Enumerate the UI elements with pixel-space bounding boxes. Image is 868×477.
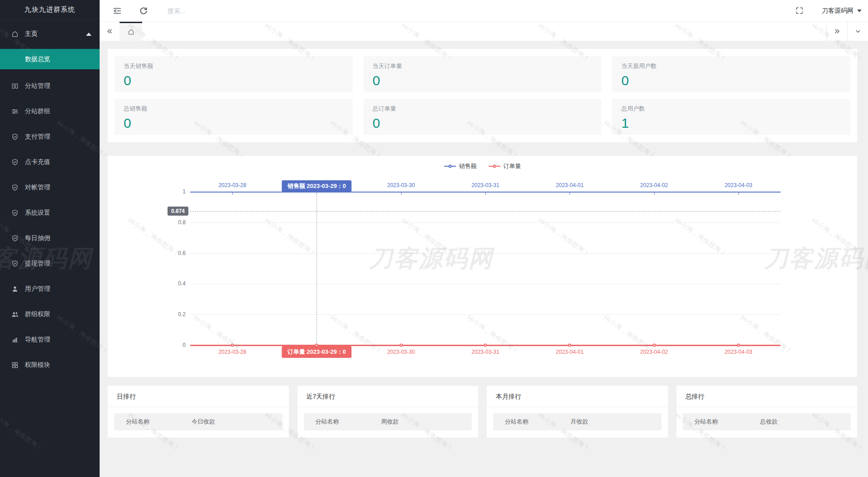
chevron-down-icon (857, 10, 862, 12)
tab-home[interactable] (120, 22, 142, 41)
sidebar-item-group-permission[interactable]: 群组权限 (0, 304, 100, 325)
column-header: 分站名称 (493, 418, 571, 426)
series-marker-orders (231, 344, 234, 347)
sidebar-item-label: 支付管理 (25, 133, 50, 141)
stats-panel: 当天销售额0当天订单量0当天新用户数0总销售额0总订单量0总用户数1 (108, 49, 857, 142)
stat-value: 1 (621, 116, 841, 130)
sidebar-item-user-manage[interactable]: 用户管理 (0, 279, 100, 299)
ranking-card-title: 日排行 (108, 386, 289, 407)
sidebar-item-reconcile-manage[interactable]: 对帐管理 (0, 177, 100, 198)
user-dropdown[interactable]: 刀客源码网 (822, 7, 862, 15)
chevron-up-icon (86, 33, 91, 36)
series-marker-orders (568, 344, 571, 347)
search-input[interactable] (168, 7, 294, 14)
column-header: 今日收款 (192, 418, 283, 426)
collapse-menu-icon[interactable] (112, 6, 122, 16)
sidebar-item-site-manage[interactable]: 分站管理 (0, 76, 100, 96)
stat-value: 0 (621, 73, 841, 88)
fullscreen-icon[interactable] (795, 6, 804, 15)
ranking-table-header: 分站名称月收款 (493, 413, 662, 430)
sidebar-item-data-overview[interactable]: 数据总览 (0, 49, 100, 69)
stat-label: 当天新用户数 (621, 62, 841, 70)
x-label-bottom: 2023-04-02 (640, 349, 668, 355)
users-icon (11, 310, 19, 318)
stat-card: 当天订单量0 (364, 56, 602, 92)
column-header: 分站名称 (683, 418, 760, 426)
x-label-bottom: 2023-03-28 (218, 349, 246, 355)
ranking-card-body: 分站名称今日收款 (108, 407, 289, 436)
sidebar-item-system-settings[interactable]: 系统设置 (0, 202, 100, 223)
sidebar-item-home[interactable]: 主页 (0, 24, 100, 44)
stat-value: 0 (124, 116, 344, 130)
axis-tooltip-bottom: 订单量 2023-03-29：0 (282, 346, 351, 358)
ranking-card-body: 分站名称总收款 (676, 407, 858, 436)
series-marker-orders (484, 344, 487, 347)
stat-card: 总用户数1 (612, 99, 850, 135)
ranking-card: 本月排行分站名称月收款 (487, 386, 668, 438)
y-tick-label: 1 (182, 188, 186, 195)
x-label-bottom: 2023-04-03 (724, 349, 752, 355)
shield-check-icon (11, 158, 19, 166)
legend-label: 订单量 (504, 162, 521, 170)
ranking-table-header: 分站名称总收款 (683, 413, 851, 430)
stat-label: 当天销售额 (124, 62, 344, 70)
stat-card: 当天销售额0 (115, 56, 353, 92)
shield-check-icon (11, 260, 19, 268)
stat-card: 总订单量0 (364, 99, 602, 135)
x-label-top: 2023-04-02 (640, 182, 668, 188)
refresh-icon[interactable] (139, 6, 149, 16)
sidebar-item-label: 分站群组 (25, 107, 50, 116)
sidebar-item-pay-manage[interactable]: 支付管理 (0, 126, 100, 147)
ranking-card: 近7天排行分站名称周收款 (297, 386, 479, 438)
x-axis-tick (739, 193, 739, 195)
user-icon (11, 285, 19, 293)
sidebar-item-site-group[interactable]: 分站群组 (0, 101, 100, 122)
sidebar-item-label: 分站管理 (25, 82, 50, 90)
stat-value: 0 (373, 73, 593, 88)
x-axis-tick (570, 193, 570, 195)
ranking-card-body: 分站名称周收款 (297, 407, 479, 436)
ranking-card-title: 本月排行 (487, 386, 668, 407)
series-marker-orders (737, 344, 740, 347)
column-header: 总收款 (760, 418, 851, 426)
y-tick-label: 0.8 (178, 219, 186, 226)
ranking-card: 总排行分站名称总收款 (676, 386, 858, 438)
legend-label: 销售额 (459, 162, 477, 170)
ranking-card: 日排行分站名称今日收款 (108, 386, 289, 438)
tab-bar (100, 22, 868, 41)
sidebar-item-label: 导航管理 (25, 336, 50, 344)
sidebar-item-daily-commission[interactable]: 每日抽佣 (0, 228, 100, 249)
y-tick-label: 0.6 (178, 250, 186, 256)
page-content: 当天销售额0当天订单量0当天新用户数0总销售额0总订单量0总用户数1 销售额 订… (100, 41, 868, 477)
sidebar-item-label: 系统设置 (25, 209, 50, 217)
tabs-scroll-right-icon[interactable] (826, 22, 847, 41)
user-name: 刀客源码网 (822, 7, 854, 15)
legend-item-sales[interactable]: 销售额 (444, 162, 477, 170)
navbar-right: 刀客源码网 (795, 6, 868, 15)
grid-line (190, 253, 781, 254)
legend-item-orders[interactable]: 订单量 (489, 162, 521, 170)
stat-card: 总销售额0 (115, 99, 353, 135)
x-label-bottom: 2023-03-31 (471, 349, 499, 355)
sidebar-item-label: 主页 (25, 30, 38, 38)
tab-bar-right (826, 22, 868, 41)
tabs-menu-icon[interactable] (847, 22, 868, 41)
x-label-top: 2023-03-28 (218, 182, 246, 188)
sidebar-item-permission-module[interactable]: 权限模块 (0, 355, 100, 376)
home-icon (127, 28, 135, 36)
tabs-scroll-left-icon[interactable] (100, 22, 120, 41)
sidebar-item-nav-manage[interactable]: 导航管理 (0, 329, 100, 350)
sidebar-item-card-recharge[interactable]: 点卡充值 (0, 152, 100, 173)
series-marker-orders (652, 344, 656, 347)
sidebar: 九块九进群系统 主页数据总览分站管理分站群组支付管理点卡充值对帐管理系统设置每日… (0, 0, 100, 477)
stat-label: 总用户数 (621, 105, 841, 113)
column-header: 分站名称 (114, 418, 192, 426)
ranking-table-header: 分站名称周收款 (304, 413, 472, 430)
sidebar-item-withdraw-manage[interactable]: 提现管理 (0, 253, 100, 274)
sidebar-item-label: 每日抽佣 (25, 234, 50, 242)
x-axis-tick (654, 193, 655, 195)
y-tick-label: 0 (182, 342, 186, 348)
chart-bars-icon (11, 336, 19, 344)
crosshair-horizontal (190, 211, 781, 212)
sidebar-item-label: 对帐管理 (25, 183, 50, 192)
